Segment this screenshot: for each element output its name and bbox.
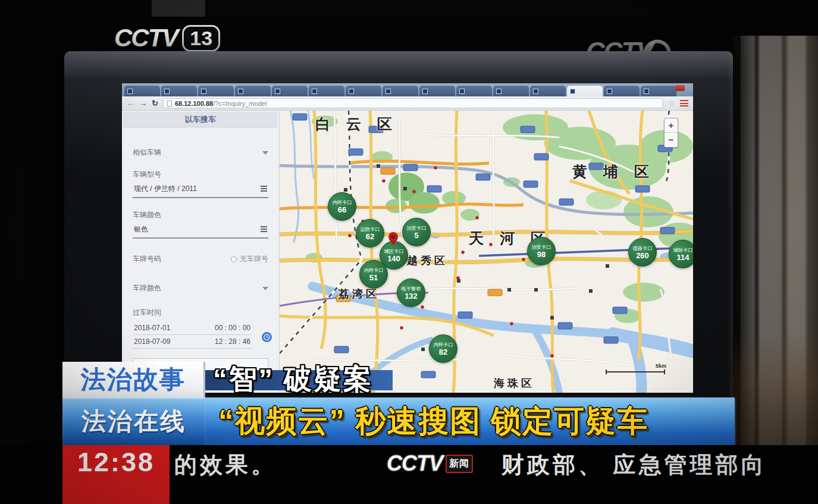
chevron-down-icon [262,287,268,290]
ticker-text-left: 的效果。 [174,450,277,480]
tab-favicon-icon [238,89,243,94]
browser-tab[interactable] [235,86,271,96]
camera-select-label: 相似车辆 [133,148,161,158]
tab-favicon-icon [570,89,575,94]
map-zoom-control: + − [664,118,678,148]
browser-tab[interactable] [272,86,308,96]
browser-tab[interactable] [530,86,566,96]
selected-location-pin [388,232,398,248]
browser-tab-strip [122,83,693,96]
radio-icon [231,256,237,262]
map[interactable]: 白云区黄埔区天河区越秀区荔湾区海珠区 内环卡口66边防卡口62治安卡口5城区卡口… [280,111,693,393]
clock-badge: 12:38 [62,445,170,504]
browser-tab[interactable] [641,86,676,96]
tab-favicon-icon [127,89,133,94]
browser-tab[interactable] [124,86,160,96]
browser-tab[interactable] [493,86,529,96]
browser-tab[interactable] [346,86,381,96]
cctv-news-logo-brand: CCTV [387,451,443,476]
tab-favicon-icon [201,89,206,94]
browser-tab[interactable] [604,86,640,96]
page-icon [167,101,172,107]
tab-favicon-icon [312,89,317,94]
list-icon[interactable] [261,226,267,233]
map-cluster-marker[interactable]: 内环卡口82 [429,334,457,363]
channel-number: 13 [182,25,220,52]
tab-favicon-icon [459,89,465,94]
map-cluster-marker[interactable]: 电子警察132 [397,278,425,307]
model-field[interactable]: 现代 / 伊兰特 / 2011 [133,182,268,198]
map-cluster-marker[interactable]: 城际卡口114 [669,240,693,268]
time-end-row[interactable]: 2018-07-09 12 : 28 : 46 [133,335,252,349]
tab-favicon-icon [349,89,354,94]
map-scale-line [606,371,665,372]
map-cluster-marker[interactable]: 治安卡口98 [527,237,556,265]
marker-layer: 内环卡口66边防卡口62治安卡口5城区卡口140内环卡口51电子警察132内环卡… [280,111,693,393]
map-cluster-marker[interactable]: 内环卡口66 [328,192,356,221]
tab-favicon-icon [644,89,649,94]
list-icon[interactable] [261,186,267,192]
program-badge-online: 法治在线 [62,397,205,445]
model-value: 现代 / 伊兰特 / 2011 [134,184,197,194]
tab-favicon-icon [422,89,428,94]
zoom-out-button[interactable]: − [665,133,678,147]
headline-story: “智” 破疑案 [213,361,373,398]
time-start-row[interactable]: 2018-07-01 00 : 00 : 00 [133,321,252,335]
clock-time: 12:38 [62,447,170,478]
cctv-news-logo: CCTV 新闻 [387,451,473,476]
headline-online: “视频云” 秒速搜图 锁定可疑车 [218,401,648,442]
time-range: 2018-07-01 00 : 00 : 00 2018-07-09 12 : … [133,321,268,349]
color-label: 车辆颜色 [133,210,268,220]
browser-tab[interactable] [161,86,197,96]
ticker-text-right: 财政部、 应急管理部向 [502,450,767,480]
no-plate-radio-label: 无车牌号 [240,254,268,264]
cctv-news-logo-badge: 新闻 [446,455,473,473]
color-field[interactable]: 银色 [133,223,268,239]
color-value: 银色 [134,224,148,234]
tab-favicon-icon [533,89,538,94]
program-badge-online-label: 法治在线 [82,405,186,438]
channel-logo-brand: CCTV [114,24,177,52]
browser-tab[interactable] [419,86,455,96]
panel-title: 以车搜车 [123,112,278,127]
plate-color-label: 车牌颜色 [133,283,161,293]
map-cluster-marker[interactable]: 边防卡口62 [356,219,384,248]
browser-tab[interactable] [456,86,492,96]
map-scale: 5km [606,365,666,377]
background-shelf [733,36,818,452]
tab-favicon-icon [386,89,391,94]
browser-tab[interactable] [567,86,603,96]
back-icon[interactable]: ← [127,99,134,108]
time-start-date: 2018-07-01 [134,324,170,332]
clock-icon[interactable] [262,332,272,342]
map-cluster-marker[interactable]: 治安卡口5 [402,218,431,246]
time-end-time: 12 : 28 : 46 [215,337,250,346]
tab-strip-accent [675,85,685,91]
bookmark-star-icon[interactable]: ☆ [668,99,675,108]
browser-menu-icon[interactable] [680,100,688,107]
tab-favicon-icon [496,89,502,94]
forward-icon[interactable]: → [139,99,147,108]
tab-favicon-icon [275,89,280,94]
browser-tab[interactable] [198,86,234,96]
headline-bar: “视频云” 秒速搜图 锁定可疑车 [205,397,735,445]
news-ticker: 12:38 的效果。 CCTV 新闻 财政部、 应急管理部向 [0,445,818,504]
tab-favicon-icon [164,89,170,94]
url-bar[interactable]: 68.12.100.88 /?c=Inquiry_model [163,98,663,108]
monitor-screen: ← → ↻ 68.12.100.88 /?c=Inquiry_model ☆ 以… [122,83,693,393]
plate-color-field[interactable]: 车牌颜色 [122,283,279,293]
time-label: 过车时间 [133,308,268,318]
background-block [152,0,205,17]
browser-tab[interactable] [309,86,344,96]
zoom-in-button[interactable]: + [665,118,678,133]
map-cluster-marker[interactable]: 内环卡口51 [359,260,388,289]
no-plate-radio[interactable]: 无车牌号 [231,254,268,264]
search-panel: 以车搜车 相似车辆 车辆型号 现代 / 伊兰特 / 2011 车辆颜色 银色 [122,111,280,393]
chevron-down-icon [262,151,268,155]
reload-icon[interactable]: ↻ [152,99,158,108]
map-cluster-marker[interactable]: 道路卡口260 [628,238,657,267]
plate-field: 车牌号码 无车牌号 [122,254,279,264]
url-host: 68.12.100.88 [175,100,213,107]
browser-tab[interactable] [383,86,418,96]
camera-select-field[interactable]: 相似车辆 [122,148,279,158]
